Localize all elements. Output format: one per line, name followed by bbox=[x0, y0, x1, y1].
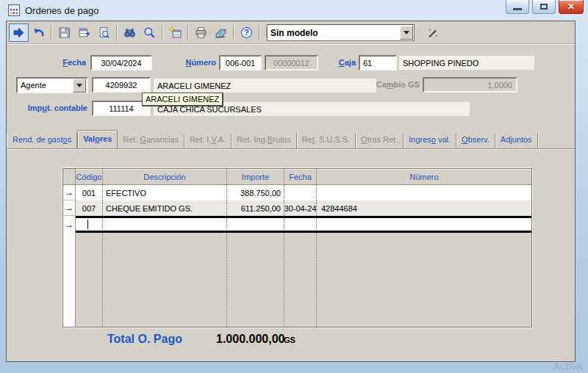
agente-selector-value: Agente bbox=[18, 81, 73, 90]
cell-descripcion[interactable]: CHEQUE EMITIDO GS. bbox=[103, 200, 227, 216]
new-window-button[interactable] bbox=[165, 23, 185, 42]
cell-fecha[interactable]: 30-04-24 bbox=[284, 200, 317, 216]
imput-contable-label: Imput. contable bbox=[17, 104, 87, 112]
text-caret bbox=[87, 220, 88, 229]
print-preview-button[interactable] bbox=[94, 23, 114, 42]
grid-edit-row[interactable]: → bbox=[63, 216, 531, 233]
row-arrow-icon: → bbox=[65, 220, 74, 230]
app-window: Ordenes de pago ✕ bbox=[0, 0, 588, 373]
print-setup-icon bbox=[215, 26, 227, 39]
cell-codigo[interactable]: 007 bbox=[76, 200, 103, 216]
edit-cell-fecha[interactable] bbox=[284, 218, 317, 231]
client-area: ? Sin modelo Fecha 30/04/2024 Número 006… bbox=[6, 21, 576, 362]
maximize-button[interactable] bbox=[532, 0, 556, 14]
agente-name: ARACELI GIMENEZ bbox=[154, 79, 376, 93]
tabstrip: Rend. de gastos Valores Ret. Ganancias R… bbox=[7, 130, 575, 148]
print-icon bbox=[195, 26, 207, 39]
numero-label: Número bbox=[161, 58, 216, 67]
cell-numero[interactable]: 42844684 bbox=[317, 200, 531, 216]
tab-ingreso-val[interactable]: Ingreso val. bbox=[404, 133, 456, 148]
cambio-gs-field: 1,0000 bbox=[423, 77, 517, 93]
cell-importe[interactable]: 388.750,00 bbox=[227, 185, 284, 200]
agente-selector[interactable]: Agente bbox=[16, 77, 88, 93]
minimize-icon bbox=[513, 8, 522, 10]
numero-field[interactable]: 006-001 bbox=[219, 55, 262, 70]
model-selector[interactable]: Sin modelo bbox=[267, 24, 415, 41]
agente-tooltip: ARACELI GIMENEZ bbox=[142, 93, 223, 106]
tab-underline bbox=[7, 148, 575, 149]
toolbar: ? Sin modelo bbox=[7, 21, 575, 44]
zoom-button[interactable] bbox=[140, 23, 159, 42]
tab-ret-suss: Ret. S.U.S.S. bbox=[297, 133, 356, 148]
copy-document-button[interactable] bbox=[74, 23, 94, 42]
chevron-down-icon[interactable] bbox=[400, 26, 413, 40]
grid-header-numero[interactable]: Número bbox=[317, 169, 531, 184]
window-title: Ordenes de pago bbox=[25, 5, 98, 16]
grid-header-importe[interactable]: Importe bbox=[227, 169, 284, 184]
toolbar-separator bbox=[162, 25, 163, 40]
toolbar-separator bbox=[233, 25, 234, 40]
tab-ret-ganancias: Ret. Ganancias bbox=[118, 133, 184, 148]
save-icon bbox=[58, 26, 71, 39]
grid-header-fecha[interactable]: Fecha bbox=[284, 169, 317, 184]
cell-importe[interactable]: 611.250,00 bbox=[227, 200, 284, 216]
edit-cell-importe[interactable] bbox=[227, 218, 284, 231]
toolbar-separator bbox=[51, 25, 52, 40]
search-binoculars-icon bbox=[123, 26, 136, 39]
edit-cell-descripcion[interactable] bbox=[103, 218, 227, 231]
caja-desc: SHOPPING PINEDO bbox=[399, 56, 534, 70]
minimize-button[interactable] bbox=[506, 0, 529, 14]
row-arrow-icon: → bbox=[65, 187, 74, 198]
fecha-label: Fecha bbox=[21, 58, 86, 67]
print-setup-button[interactable] bbox=[211, 23, 231, 42]
cell-codigo[interactable]: 001 bbox=[76, 185, 103, 200]
grid-header-selector bbox=[63, 169, 76, 184]
total-currency: GS bbox=[284, 336, 295, 344]
chevron-down-icon[interactable] bbox=[73, 79, 86, 93]
caja-field[interactable]: 61 bbox=[359, 55, 397, 70]
caja-label: Caja bbox=[315, 58, 356, 67]
grid-edit-cells[interactable] bbox=[76, 216, 531, 233]
tab-ret-iva: Ret. I.V.A. bbox=[184, 133, 232, 148]
values-grid: Código Descripción Importe Fecha Número … bbox=[62, 168, 532, 327]
undo-icon bbox=[32, 26, 45, 39]
close-button[interactable]: ✕ bbox=[559, 0, 584, 14]
print-button[interactable] bbox=[191, 23, 211, 42]
edit-cell-numero[interactable] bbox=[317, 218, 531, 231]
tab-rend-de-gastos[interactable]: Rend. de gastos bbox=[7, 133, 77, 148]
svg-text:?: ? bbox=[244, 28, 249, 37]
cell-numero[interactable] bbox=[317, 185, 531, 200]
model-selector-value: Sin modelo bbox=[268, 28, 400, 38]
search-button[interactable] bbox=[120, 23, 140, 42]
accept-arrow-icon bbox=[12, 26, 25, 39]
maximize-icon bbox=[540, 4, 548, 10]
help-button[interactable]: ? bbox=[237, 23, 257, 42]
tab-adjuntos[interactable]: Adjuntos bbox=[495, 133, 538, 148]
edit-caret-cell[interactable] bbox=[76, 218, 103, 231]
tab-valores[interactable]: Valores bbox=[77, 130, 118, 148]
table-row[interactable]: → 001 EFECTIVO 388.750,00 bbox=[63, 185, 531, 200]
app-icon bbox=[8, 4, 20, 16]
accept-button[interactable] bbox=[9, 23, 29, 42]
grid-empty-area bbox=[63, 233, 531, 327]
grid-header-codigo[interactable]: Código bbox=[76, 169, 103, 184]
cell-descripcion[interactable]: EFECTIVO bbox=[103, 185, 227, 200]
numero-internal-field: 00000012 bbox=[265, 55, 318, 70]
wizard-button[interactable] bbox=[423, 25, 442, 41]
tab-ret-ing-brutos: Ret. Ing.Brutos bbox=[232, 133, 296, 148]
tab-observ[interactable]: Observ. bbox=[456, 133, 495, 148]
titlebar: Ordenes de pago ✕ bbox=[0, 0, 588, 21]
toolbar-separator bbox=[259, 25, 260, 40]
windows-activation-watermark: Activa bbox=[553, 360, 583, 372]
undo-button[interactable] bbox=[29, 23, 49, 42]
fecha-field[interactable]: 30/04/2024 bbox=[90, 55, 152, 70]
table-row[interactable]: → 007 CHEQUE EMITIDO GS. 611.250,00 30-0… bbox=[63, 200, 531, 216]
wizard-wand-icon bbox=[426, 27, 439, 40]
zoom-magnifier-icon bbox=[143, 26, 156, 39]
save-button[interactable] bbox=[54, 23, 74, 42]
cell-fecha[interactable] bbox=[284, 185, 317, 200]
grid-header-descripcion[interactable]: Descripción bbox=[103, 169, 227, 184]
print-preview-icon bbox=[98, 26, 110, 39]
new-window-icon bbox=[169, 26, 182, 39]
agente-code-field[interactable]: 4209932 bbox=[92, 77, 151, 93]
